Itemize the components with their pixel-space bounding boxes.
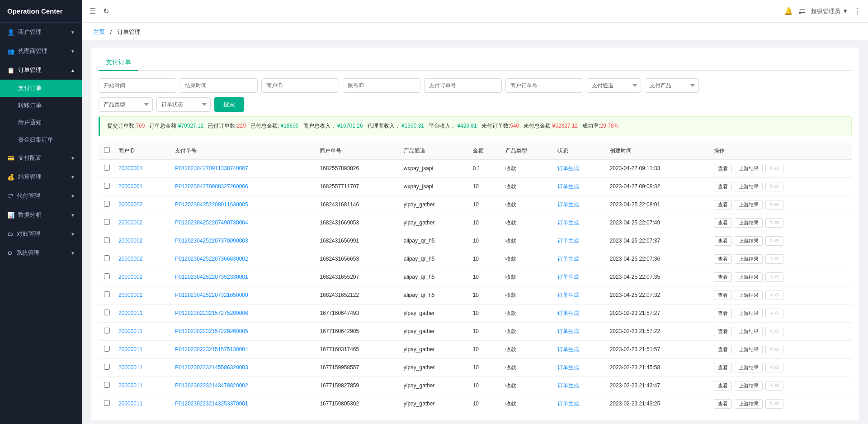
sidebar-item-reconciliation[interactable]: 🗂 对账管理 ▼ bbox=[0, 224, 82, 243]
supplement-button[interactable]: 补单 bbox=[765, 327, 783, 336]
merchant-id-link[interactable]: 20000002 bbox=[118, 274, 142, 280]
view-button[interactable]: 查看 bbox=[714, 309, 732, 318]
pay-no-link[interactable]: P01202302232157229260005 bbox=[175, 328, 248, 334]
merchant-id-link[interactable]: 20000011 bbox=[118, 400, 142, 407]
row-select-checkbox[interactable] bbox=[104, 400, 110, 406]
order-status-select[interactable]: 订单状态 bbox=[156, 97, 211, 112]
merchant-id-link[interactable]: 20000011 bbox=[118, 346, 142, 353]
row-select-checkbox[interactable] bbox=[104, 165, 110, 171]
upstream-button[interactable]: 上游结果 bbox=[735, 399, 763, 409]
view-button[interactable]: 查看 bbox=[714, 363, 732, 372]
merchant-id-input[interactable] bbox=[261, 78, 339, 93]
supplement-button[interactable]: 补单 bbox=[765, 381, 783, 391]
pay-no-link[interactable]: P01202304252207490730004 bbox=[175, 219, 248, 226]
pay-order-input[interactable] bbox=[424, 78, 502, 93]
start-time-input[interactable] bbox=[99, 78, 176, 93]
supplement-button[interactable]: 补单 bbox=[765, 345, 783, 354]
more-options-icon[interactable]: ⋮ bbox=[854, 7, 861, 15]
sidebar-item-merchant[interactable]: 👤 商户管理 ▼ bbox=[0, 23, 82, 42]
view-button[interactable]: 查看 bbox=[714, 254, 732, 264]
supplement-button[interactable]: 补单 bbox=[765, 291, 783, 300]
pay-no-link[interactable]: P01202304252207370090003 bbox=[175, 238, 248, 244]
bell-icon[interactable]: 🔔 bbox=[784, 7, 793, 15]
view-button[interactable]: 查看 bbox=[714, 381, 732, 391]
supplement-button[interactable]: 补单 bbox=[765, 272, 783, 282]
sidebar-subitem-merchant-notify[interactable]: 商户通知 bbox=[0, 114, 82, 131]
pay-no-link[interactable]: P01202304252207366830002 bbox=[175, 256, 248, 262]
sidebar-item-pay-config[interactable]: 💳 支付配置 ▼ bbox=[0, 148, 82, 167]
sidebar-subitem-transfer-order[interactable]: 转账订单 bbox=[0, 97, 82, 114]
upstream-button[interactable]: 上游结果 bbox=[735, 363, 763, 372]
pay-no-link[interactable]: P01202302232157275200006 bbox=[175, 310, 248, 316]
pay-no-link[interactable]: P01202304252207352330001 bbox=[175, 274, 248, 280]
pay-no-link[interactable]: P01202304270908327260006 bbox=[175, 183, 248, 190]
pay-no-link[interactable]: P01202302232145586320003 bbox=[175, 364, 248, 371]
upstream-button[interactable]: 上游结果 bbox=[735, 291, 763, 300]
refresh-icon[interactable]: ↻ bbox=[103, 7, 109, 15]
row-select-checkbox[interactable] bbox=[104, 237, 110, 243]
row-select-checkbox[interactable] bbox=[104, 201, 110, 207]
upstream-button[interactable]: 上游结果 bbox=[735, 381, 763, 391]
search-button[interactable]: 搜索 bbox=[214, 97, 244, 112]
upstream-button[interactable]: 上游结果 bbox=[735, 200, 763, 210]
supplement-button[interactable]: 补单 bbox=[765, 182, 783, 191]
row-select-checkbox[interactable] bbox=[104, 328, 110, 333]
upstream-button[interactable]: 上游结果 bbox=[735, 218, 763, 228]
supplement-button[interactable]: 补单 bbox=[765, 164, 783, 173]
tab-pay-order[interactable]: 支付订单 bbox=[99, 55, 138, 71]
view-button[interactable]: 查看 bbox=[714, 200, 732, 210]
merchant-id-link[interactable]: 20000011 bbox=[118, 382, 142, 389]
upstream-button[interactable]: 上游结果 bbox=[735, 164, 763, 173]
upstream-button[interactable]: 上游结果 bbox=[735, 236, 763, 246]
sidebar-item-orders[interactable]: 📋 订单管理 ▲ bbox=[0, 61, 82, 80]
view-button[interactable]: 查看 bbox=[714, 291, 732, 300]
view-button[interactable]: 查看 bbox=[714, 345, 732, 354]
merchant-id-link[interactable]: 20000002 bbox=[118, 219, 142, 226]
row-select-checkbox[interactable] bbox=[104, 382, 110, 388]
pay-channel-select[interactable]: 支付通道 bbox=[587, 78, 641, 93]
supplement-button[interactable]: 补单 bbox=[765, 236, 783, 246]
row-select-checkbox[interactable] bbox=[104, 291, 110, 297]
row-select-checkbox[interactable] bbox=[104, 346, 110, 352]
merchant-id-link[interactable]: 20000002 bbox=[118, 201, 142, 208]
sidebar-item-analytics[interactable]: 📊 数据分析 ▼ bbox=[0, 205, 82, 224]
merchant-id-link[interactable]: 20000001 bbox=[118, 165, 142, 172]
view-button[interactable]: 查看 bbox=[714, 236, 732, 246]
merchant-id-link[interactable]: 20000011 bbox=[118, 310, 142, 316]
row-select-checkbox[interactable] bbox=[104, 219, 110, 225]
pay-no-link[interactable]: P01202302232143253370001 bbox=[175, 400, 248, 407]
pay-no-link[interactable]: P01202304252207321650000 bbox=[175, 292, 248, 298]
supplement-button[interactable]: 补单 bbox=[765, 399, 783, 409]
upstream-button[interactable]: 上游结果 bbox=[735, 327, 763, 336]
tag-icon[interactable]: 🏷 bbox=[798, 7, 806, 15]
breadcrumb-home[interactable]: 主页 bbox=[93, 29, 105, 35]
supplement-button[interactable]: 补单 bbox=[765, 309, 783, 318]
user-menu[interactable]: 超级管理员 ▼ bbox=[811, 7, 848, 15]
view-button[interactable]: 查看 bbox=[714, 327, 732, 336]
sidebar-item-agent[interactable]: 👥 代理商管理 ▼ bbox=[0, 42, 82, 61]
upstream-button[interactable]: 上游结果 bbox=[735, 272, 763, 282]
supplement-button[interactable]: 补单 bbox=[765, 200, 783, 210]
merchant-id-link[interactable]: 20000002 bbox=[118, 256, 142, 262]
merchant-id-link[interactable]: 20000011 bbox=[118, 328, 142, 334]
merchant-id-link[interactable]: 20000011 bbox=[118, 364, 142, 371]
upstream-button[interactable]: 上游结果 bbox=[735, 345, 763, 354]
pay-no-link[interactable]: P01202304270911338740007 bbox=[175, 165, 248, 172]
account-id-input[interactable] bbox=[343, 78, 420, 93]
sidebar-item-system[interactable]: ⚙ 系统管理 ▼ bbox=[0, 243, 82, 262]
pay-no-link[interactable]: P01202302232151575130004 bbox=[175, 346, 248, 353]
sidebar-item-disbursement[interactable]: 🛡 代付管理 ▼ bbox=[0, 186, 82, 205]
select-all-checkbox[interactable] bbox=[104, 147, 110, 153]
supplement-button[interactable]: 补单 bbox=[765, 363, 783, 372]
row-select-checkbox[interactable] bbox=[104, 183, 110, 189]
view-button[interactable]: 查看 bbox=[714, 218, 732, 228]
view-button[interactable]: 查看 bbox=[714, 164, 732, 173]
upstream-button[interactable]: 上游结果 bbox=[735, 182, 763, 191]
merchant-id-link[interactable]: 20000002 bbox=[118, 292, 142, 298]
pay-product-select[interactable]: 支付产品 bbox=[645, 78, 699, 93]
row-select-checkbox[interactable] bbox=[104, 364, 110, 370]
view-button[interactable]: 查看 bbox=[714, 399, 732, 409]
supplement-button[interactable]: 补单 bbox=[765, 254, 783, 264]
pay-no-link[interactable]: P01202302232143478820002 bbox=[175, 382, 248, 389]
pay-no-link[interactable]: P01202304252208011630005 bbox=[175, 201, 248, 208]
